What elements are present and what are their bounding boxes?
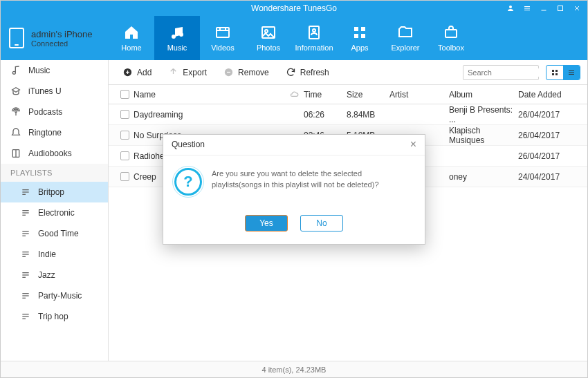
statusbar: 4 item(s), 24.23MB	[1, 361, 587, 377]
playlist-britpop[interactable]: Britpop	[1, 182, 108, 202]
svg-rect-22	[445, 30, 457, 37]
svg-point-0	[509, 6, 512, 8]
device-panel[interactable]: admin's iPhone Connected	[1, 16, 109, 60]
svg-rect-59	[555, 73, 558, 75]
cell-album: Benji B Presents: ...	[449, 105, 518, 124]
minimize-button[interactable]	[536, 2, 551, 15]
col-name[interactable]: Name	[134, 90, 284, 100]
nav-home[interactable]: Home	[109, 16, 154, 60]
col-time[interactable]: Time	[304, 90, 347, 100]
svg-rect-58	[552, 73, 554, 75]
maximize-button[interactable]	[553, 2, 568, 15]
select-all-checkbox[interactable]	[120, 90, 129, 99]
cell-date: 24/04/2017	[518, 172, 580, 182]
row-checkbox[interactable]	[120, 131, 129, 140]
svg-rect-20	[354, 34, 358, 38]
nav: Home Music Videos Photos Information App…	[109, 16, 474, 60]
nav-explorer[interactable]: Explorer	[383, 16, 428, 60]
cloud-icon	[289, 90, 299, 100]
col-artist[interactable]: Artist	[389, 90, 449, 100]
close-button[interactable]	[569, 2, 585, 15]
svg-rect-10	[217, 28, 229, 37]
sidebar-podcasts[interactable]: Podcasts	[1, 102, 108, 122]
nav-photos[interactable]: Photos	[246, 16, 291, 60]
nav-information[interactable]: Information	[291, 16, 337, 60]
no-button[interactable]: No	[300, 215, 343, 231]
playlist-party-music[interactable]: Party-Music	[1, 285, 108, 306]
device-status: Connected	[31, 39, 92, 48]
titlebar: Wondershare TunesGo	[1, 1, 587, 16]
nav-apps[interactable]: Apps	[337, 16, 383, 60]
user-icon[interactable]	[503, 2, 518, 15]
toolbar: Add Export Remove Refresh	[109, 60, 587, 85]
svg-rect-18	[354, 27, 358, 31]
device-name: admin's iPhone	[31, 29, 92, 39]
svg-point-9	[179, 32, 183, 37]
yes-button[interactable]: Yes	[245, 215, 288, 231]
svg-rect-21	[361, 34, 365, 38]
header: admin's iPhone Connected Home Music Vide…	[1, 16, 587, 60]
nav-music[interactable]: Music	[154, 16, 200, 60]
cell-name: Daydreaming	[134, 110, 284, 120]
svg-rect-19	[361, 27, 365, 31]
export-button[interactable]: Export	[161, 64, 214, 80]
col-date[interactable]: Date Added	[518, 90, 580, 100]
cell-album: oney	[449, 172, 518, 182]
playlist-jazz[interactable]: Jazz	[1, 265, 108, 285]
playlists-header: PLAYLISTS	[1, 164, 108, 182]
svg-point-17	[313, 29, 315, 32]
cell-size: 8.84MB	[347, 110, 389, 120]
cell-album: Klapisch Musiques	[449, 126, 518, 145]
sidebar: Music iTunes U Podcasts Ringtone Audiobo…	[1, 60, 109, 361]
add-button[interactable]: Add	[116, 64, 158, 80]
svg-rect-57	[555, 70, 558, 72]
grid-view-button[interactable]	[546, 66, 563, 79]
table-header: Name Time Size Artist Album Date Added	[109, 85, 587, 104]
playlist-trip-hop[interactable]: Trip hop	[1, 306, 108, 327]
svg-rect-56	[552, 70, 554, 72]
list-view-button[interactable]	[563, 66, 580, 79]
dialog-close-button[interactable]: ×	[410, 139, 416, 150]
sidebar-music[interactable]: Music	[1, 60, 108, 81]
dialog-message: Are you sure you want to delete the sele…	[212, 168, 414, 191]
view-toggle	[546, 65, 580, 80]
app-title: Wondershare TunesGo	[251, 3, 337, 13]
row-checkbox[interactable]	[120, 110, 129, 119]
cell-date: 26/04/2017	[518, 131, 580, 140]
search-box[interactable]	[463, 65, 539, 80]
svg-point-8	[172, 35, 176, 39]
refresh-button[interactable]: Refresh	[279, 64, 336, 80]
menu-icon[interactable]	[520, 2, 535, 15]
playlist-good-time[interactable]: Good Time	[1, 223, 108, 244]
playlist-electronic[interactable]: Electronic	[1, 202, 108, 223]
sidebar-itunes-u[interactable]: iTunes U	[1, 81, 108, 102]
phone-icon	[9, 28, 24, 48]
question-icon: ?	[174, 168, 202, 196]
nav-videos[interactable]: Videos	[200, 16, 246, 60]
cell-time: 06:26	[304, 110, 347, 120]
remove-button[interactable]: Remove	[217, 64, 276, 80]
sidebar-audiobooks[interactable]: Audiobooks	[1, 143, 108, 164]
cell-date: 26/04/2017	[518, 110, 580, 120]
table-row[interactable]: Daydreaming06:268.84MBBenji B Presents: …	[109, 104, 587, 125]
svg-point-24	[15, 111, 17, 113]
nav-toolbox[interactable]: Toolbox	[428, 16, 474, 60]
svg-point-15	[265, 30, 268, 32]
row-checkbox[interactable]	[120, 151, 129, 160]
col-album[interactable]: Album	[449, 90, 518, 100]
cell-date: 26/04/2017	[518, 151, 580, 161]
confirm-dialog: Question × ? Are you sure you want to de…	[163, 134, 425, 245]
col-size[interactable]: Size	[347, 90, 389, 100]
sidebar-ringtone[interactable]: Ringtone	[1, 122, 108, 143]
svg-rect-5	[558, 6, 563, 11]
playlist-indie[interactable]: Indie	[1, 244, 108, 265]
dialog-title: Question	[172, 140, 205, 149]
row-checkbox[interactable]	[120, 172, 129, 181]
